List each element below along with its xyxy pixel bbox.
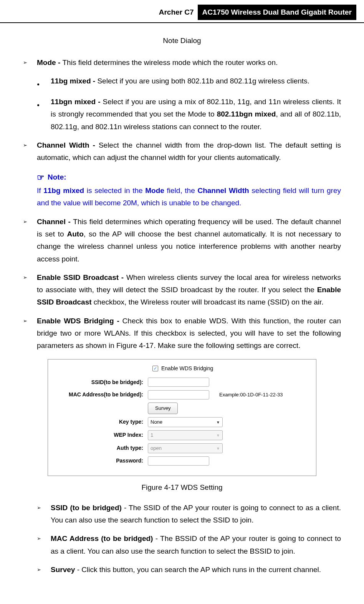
mac-bridged-input[interactable] xyxy=(148,390,209,399)
survey-button[interactable]: Survey xyxy=(148,403,178,414)
note-body: If 11bg mixed is selected in the Mode fi… xyxy=(37,185,341,210)
ssid-text2: checkbox, the Wireless router will broad… xyxy=(92,298,324,306)
model-label: Archer C7 xyxy=(155,5,198,20)
keytype-label: Key type: xyxy=(56,418,148,427)
device-title: AC1750 Wireless Dual Band Gigabit Router xyxy=(198,5,356,20)
item-mode: ➢ Mode - This field determines the wirel… xyxy=(23,57,341,69)
chevron-right-icon: ➢ xyxy=(23,139,37,164)
pointing-hand-icon: ☞ xyxy=(37,170,45,185)
chevron-right-icon: ➢ xyxy=(37,502,51,527)
ssid-label: Enable SSID Broadcast - xyxy=(37,273,126,281)
bullet-icon xyxy=(37,96,51,133)
bg-text: Select if you are using both 802.11b and… xyxy=(97,77,309,85)
auth-label: Auth type: xyxy=(56,444,148,453)
note-label: Note: xyxy=(48,171,66,183)
channel-bold: Auto xyxy=(67,230,84,238)
bgn-bold: 802.11bgn mixed xyxy=(217,110,276,118)
item-ssid-bridged: ➢ SSID (to be bridged) - The SSID of the… xyxy=(37,502,341,527)
chevron-right-icon: ➢ xyxy=(23,271,37,309)
chevron-right-icon: ➢ xyxy=(37,564,51,576)
wds-checkbox[interactable]: ✓ xyxy=(152,366,158,371)
chevron-down-icon: ▼ xyxy=(216,432,220,439)
item-channel: ➢ Channel - This field determines which … xyxy=(23,216,341,265)
page-header: Archer C7 AC1750 Wireless Dual Band Giga… xyxy=(0,0,364,23)
ssid-bridged-label2: SSID (to be bridged) xyxy=(51,504,122,512)
page-number: - 36 - xyxy=(0,590,364,604)
password-input[interactable] xyxy=(148,456,209,466)
page-content: Note Dialog ➢ Mode - This field determin… xyxy=(0,23,364,590)
channel-label: Channel - xyxy=(37,218,73,226)
chevron-down-icon: ▼ xyxy=(216,445,220,452)
keytype-select[interactable]: None▼ xyxy=(148,417,223,427)
mode-label: Mode - xyxy=(37,58,63,67)
wep-select: 1▼ xyxy=(148,430,223,440)
chevron-down-icon: ▼ xyxy=(216,419,220,426)
ssid-bridged-label: SSID(to be bridged): xyxy=(56,378,148,387)
note-dialog-heading: Note Dialog xyxy=(23,35,341,47)
chevron-right-icon: ➢ xyxy=(23,216,37,265)
mac-example: Example:00-1D-0F-11-22-33 xyxy=(219,391,283,399)
item-mac-bridged: ➢ MAC Address (to be bridged) - The BSSI… xyxy=(37,532,341,557)
bg-label: 11bg mixed - xyxy=(51,77,97,85)
mac-bridged-label: MAC Address(to be bridged): xyxy=(56,390,148,399)
item-ssid-broadcast: ➢ Enable SSID Broadcast - When wireless … xyxy=(23,271,341,309)
survey-label: Survey xyxy=(51,566,75,574)
item-11bgn: 11bgn mixed - Select if you are using a … xyxy=(23,96,341,133)
auth-select: open▼ xyxy=(148,443,223,453)
wds-checkbox-label: Enable WDS Bridging xyxy=(161,364,213,373)
wds-figure: ✓ Enable WDS Bridging SSID(to be bridged… xyxy=(48,359,316,476)
wep-label: WEP Index: xyxy=(56,431,148,440)
wds-label: Enable WDS Bridging - xyxy=(37,317,122,325)
survey-text: - Click this button, you can search the … xyxy=(75,566,321,574)
item-wds: ➢ Enable WDS Bridging - Check this box t… xyxy=(23,315,341,352)
cw-label: Channel Width - xyxy=(37,141,99,149)
figure-caption: Figure 4-17 WDS Setting xyxy=(23,481,341,494)
bullet-icon xyxy=(37,75,51,90)
item-survey: ➢ Survey - Click this button, you can se… xyxy=(37,564,341,576)
item-channel-width: ➢ Channel Width - Select the channel wid… xyxy=(23,139,341,164)
ssid-bridged-input[interactable] xyxy=(148,378,209,387)
note-callout: ☞ Note: If 11bg mixed is selected in the… xyxy=(23,170,341,210)
bgn-label: 11bgn mixed - xyxy=(51,98,103,106)
item-11bg: 11bg mixed - Select if you are using bot… xyxy=(23,75,341,90)
chevron-right-icon: ➢ xyxy=(37,532,51,557)
mode-text: This field determines the wireless mode … xyxy=(63,58,278,67)
chevron-right-icon: ➢ xyxy=(23,315,37,352)
chevron-right-icon: ➢ xyxy=(23,57,37,69)
mac-bridged-label2: MAC Address (to be bridged) xyxy=(51,534,153,542)
password-label: Password: xyxy=(56,456,148,466)
